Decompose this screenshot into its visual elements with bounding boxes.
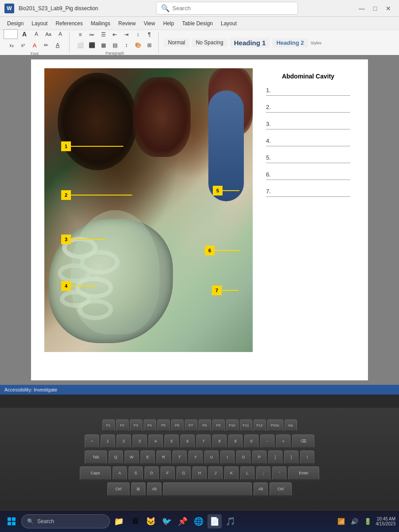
sort-button[interactable]: ↕ <box>133 30 143 39</box>
key-4[interactable]: 4 <box>149 434 163 449</box>
key-q[interactable]: Q <box>109 450 123 465</box>
key-space[interactable] <box>163 482 252 497</box>
key-2[interactable]: 2 <box>117 434 131 449</box>
font-size-input[interactable]: 11 <box>4 29 18 39</box>
key-5[interactable]: 5 <box>164 434 179 449</box>
menu-mailings[interactable]: Mailings <box>87 19 114 28</box>
key-backslash[interactable]: \ <box>300 450 314 465</box>
bold-button[interactable]: A <box>19 29 30 39</box>
key-enter[interactable]: Enter <box>288 466 319 481</box>
menu-review[interactable]: Review <box>115 19 139 28</box>
key-r[interactable]: R <box>156 450 171 465</box>
key-j[interactable]: J <box>208 466 223 481</box>
title-search-input[interactable] <box>172 5 293 12</box>
key-f4[interactable]: F4 <box>144 419 156 432</box>
close-button[interactable]: ✕ <box>382 2 395 15</box>
heading1-style-button[interactable]: Heading 1 <box>230 38 270 48</box>
key-f7[interactable]: F7 <box>185 419 197 432</box>
key-y[interactable]: Y <box>188 450 203 465</box>
key-f3[interactable]: F3 <box>130 419 142 432</box>
borders-button[interactable]: ⊞ <box>144 40 155 50</box>
key-f11[interactable]: F11 <box>240 419 252 432</box>
multilevel-button[interactable]: ☰ <box>98 30 109 39</box>
key-semicolon[interactable]: ; <box>256 466 270 481</box>
key-f2[interactable]: F2 <box>116 419 129 432</box>
minimize-button[interactable]: — <box>356 2 368 15</box>
no-spacing-style-button[interactable]: No Spacing <box>192 38 227 47</box>
key-0[interactable]: 0 <box>244 434 258 449</box>
key-8[interactable]: 8 <box>212 434 227 449</box>
numbering-button[interactable]: ≔ <box>86 30 97 39</box>
normal-style-button[interactable]: Normal <box>164 38 189 47</box>
align-left-button[interactable]: ⬜ <box>75 40 86 50</box>
outdent-button[interactable]: ⇤ <box>110 30 120 39</box>
menu-view[interactable]: View <box>140 19 159 28</box>
key-f[interactable]: F <box>160 466 175 481</box>
key-p[interactable]: P <box>252 450 266 465</box>
key-win[interactable]: ⊞ <box>131 482 145 497</box>
menu-help[interactable]: Help <box>160 19 178 28</box>
key-7[interactable]: 7 <box>196 434 211 449</box>
key-3[interactable]: 3 <box>133 434 147 449</box>
key-alt-left[interactable]: Alt <box>147 482 161 497</box>
key-e[interactable]: E <box>141 450 155 465</box>
taskbar-app-1[interactable]: 🖥 <box>128 514 142 528</box>
key-9[interactable]: 9 <box>228 434 243 449</box>
superscript-button[interactable]: x² <box>18 40 28 50</box>
tray-volume-icon[interactable]: 🔊 <box>349 516 360 527</box>
key-f12[interactable]: F12 <box>254 419 266 432</box>
key-k[interactable]: K <box>224 466 239 481</box>
key-f6[interactable]: F6 <box>171 419 184 432</box>
title-search-bar[interactable]: 🔍 <box>156 2 298 15</box>
key-prtsc[interactable]: PrtSc <box>267 419 283 432</box>
align-right-button[interactable]: ▦ <box>98 40 109 50</box>
menu-references[interactable]: References <box>52 19 86 28</box>
key-s[interactable]: S <box>129 466 143 481</box>
highlight-button[interactable]: ✏ <box>41 40 51 50</box>
taskbar-app-7[interactable]: 🎵 <box>223 514 238 528</box>
line-spacing-button[interactable]: ↕ <box>121 40 132 50</box>
key-lbracket[interactable]: [ <box>268 450 282 465</box>
justify-button[interactable]: ▤ <box>110 40 120 50</box>
key-rbracket[interactable]: ] <box>284 450 298 465</box>
key-h[interactable]: H <box>192 466 207 481</box>
key-l[interactable]: L <box>240 466 254 481</box>
taskbar-app-6[interactable]: 📄 <box>207 514 222 528</box>
key-ctrl-right[interactable]: Ctrl <box>270 482 292 497</box>
start-button[interactable] <box>4 513 20 529</box>
key-o[interactable]: O <box>236 450 250 465</box>
key-ins[interactable]: Ins <box>285 419 297 432</box>
key-caps[interactable]: Caps <box>80 466 111 481</box>
key-f8[interactable]: F8 <box>199 419 211 432</box>
indent-button[interactable]: ⇥ <box>121 30 132 39</box>
taskbar-search[interactable]: 🔍 Search <box>21 514 110 528</box>
key-f9[interactable]: F9 <box>212 419 225 432</box>
tray-battery-icon[interactable]: 🔋 <box>363 516 373 527</box>
key-f10[interactable]: F10 <box>226 419 239 432</box>
key-backspace[interactable]: ⌫ <box>292 434 314 449</box>
key-f1[interactable]: F1 <box>102 419 115 432</box>
taskbar-app-2[interactable]: 🐱 <box>144 514 158 528</box>
key-1[interactable]: 1 <box>101 434 115 449</box>
key-g[interactable]: G <box>176 466 191 481</box>
taskbar-app-5[interactable]: 🌐 <box>192 514 206 528</box>
taskbar-file-explorer[interactable]: 📁 <box>112 514 126 528</box>
tray-network-icon[interactable]: 📶 <box>336 516 347 527</box>
taskbar-app-3[interactable]: 🐦 <box>160 514 174 528</box>
key-alt-right[interactable]: Alt <box>254 482 268 497</box>
bullets-button[interactable]: ≡ <box>75 30 86 39</box>
underline-a-button[interactable]: A <box>52 40 63 50</box>
heading2-style-button[interactable]: Heading 2 <box>272 38 308 47</box>
maximize-button[interactable]: □ <box>369 2 381 15</box>
aa-button[interactable]: Aa <box>43 29 54 39</box>
key-tab[interactable]: Tab <box>85 450 107 465</box>
pilcrow-button[interactable]: ¶ <box>144 30 155 39</box>
key-quote[interactable]: ' <box>272 466 286 481</box>
subscript-button[interactable]: x₂ <box>6 40 17 50</box>
key-tilde[interactable]: ~ <box>85 434 99 449</box>
menu-layout[interactable]: Layout <box>28 19 51 28</box>
menu-table-design[interactable]: Table Design <box>179 19 216 28</box>
menu-design[interactable]: Design <box>4 19 27 28</box>
key-equals[interactable]: = <box>276 434 290 449</box>
key-u[interactable]: U <box>204 450 219 465</box>
